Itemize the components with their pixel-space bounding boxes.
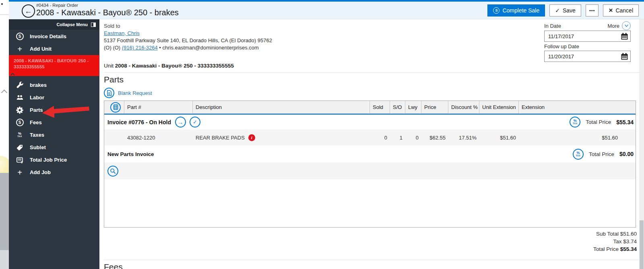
tax-label: Tax	[613, 238, 623, 244]
calendar-icon[interactable]	[621, 53, 628, 60]
sidebar-item-total-job-price[interactable]: $ Total Job Price	[9, 154, 99, 166]
header-actions: S Complete Sale ✓ Save ••• × Cancel	[487, 4, 639, 16]
sidebar-item-label: Parts	[30, 107, 43, 113]
repair-order-screen: ← #0434 - Repair Order 2008 - Kawasaki -…	[0, 0, 644, 269]
main-content: Sold to Eastman, Chris 5137 Foothill Par…	[99, 19, 639, 269]
part-number-cell: 43082-1220	[124, 135, 193, 141]
column-header-sold: Sold	[370, 101, 390, 113]
unit-value: 2008 - Kawasaki - Bayou® 250 - 333333355…	[115, 63, 234, 69]
column-header-part: Part #	[124, 101, 193, 113]
sidebar-item-label: Fees	[30, 119, 42, 125]
goto-invoice-arrow-icon[interactable]: →	[175, 117, 186, 127]
sidebar-item-add-unit[interactable]: + Add Unit	[9, 43, 99, 55]
total-price-label: Total Price	[589, 151, 614, 157]
column-header-lwy: Lwy	[405, 101, 421, 113]
customer-name-link[interactable]: Eastman, Chris	[104, 30, 140, 36]
tax-value: $3.74	[623, 238, 637, 244]
extension-cell: $51.60	[519, 135, 632, 141]
sold-cell: 0	[370, 135, 390, 141]
parts-table-header: Part # Description Sold S/O Lwy Price Di…	[104, 101, 636, 114]
sidebar-item-label: Invoice Details	[30, 33, 66, 39]
more-options-button[interactable]: •••	[586, 4, 599, 16]
in-date-input[interactable]	[545, 31, 630, 41]
info-icon[interactable]: i	[248, 134, 255, 141]
sidebar-item-label: Total Job Price	[30, 157, 67, 163]
sidebar-item-invoice-details[interactable]: S Invoice Details	[9, 30, 99, 43]
customer-email: chris.eastman@dominionenterprises.com	[162, 45, 258, 51]
calendar-icon[interactable]	[621, 33, 628, 40]
phone-link[interactable]: (916) 216-3264	[122, 45, 158, 51]
parts-catalog-icon[interactable]	[110, 102, 121, 113]
strip-divider	[0, 14, 9, 15]
price-cell: $62.55	[421, 135, 448, 141]
collapse-menu-button[interactable]: Collapse Menu	[9, 19, 99, 30]
approve-check-icon[interactable]: ✓	[190, 117, 200, 127]
blank-request-label: Blank Request	[118, 90, 152, 96]
close-icon: ×	[609, 6, 613, 14]
parts-table: Part # Description Sold S/O Lwy Price Di…	[104, 101, 636, 228]
more-dates-button[interactable]: More	[607, 21, 631, 30]
chevron-down-icon	[622, 21, 631, 30]
vertical-scrollbar[interactable]	[639, 19, 644, 269]
total-price-line: Total Price $55.34	[593, 245, 637, 253]
dollar-s-icon: S	[493, 7, 500, 14]
left-scrollbar-thumb[interactable]	[0, 173, 9, 250]
sidebar-item-label: Taxes	[30, 132, 44, 138]
sidebar-item-brakes[interactable]: brakes	[9, 79, 99, 91]
save-label: Save	[563, 7, 576, 14]
sidebar-item-sublet[interactable]: Sublet	[9, 141, 99, 154]
tax-percent-icon: %TAX	[16, 132, 24, 138]
vertical-scrollbar-thumb[interactable]	[640, 220, 644, 269]
invoice-group-row: Invoice #0776 - On Hold → ✓ %TAX Total P…	[104, 114, 636, 129]
total-price-value: $0.00	[619, 151, 634, 157]
follow-up-date-field	[544, 51, 631, 62]
new-parts-invoice-row: New Parts Invoice %TAX Total Price $0.00	[104, 146, 636, 162]
total-price-label: Total Price	[586, 119, 611, 125]
cash-register-icon: $	[16, 157, 24, 163]
sidebar-item-labor[interactable]: Labor	[9, 91, 99, 104]
header-bar: ← #0434 - Repair Order 2008 - Kawasaki -…	[9, 2, 644, 19]
sidebar-item-label: Add Job	[30, 169, 51, 175]
sidebar-item-fees[interactable]: S Fees	[9, 116, 99, 129]
fees-section-title: Fees	[104, 262, 123, 269]
search-icon[interactable]	[107, 166, 118, 177]
left-edge-strip	[0, 0, 9, 269]
back-button[interactable]: ←	[22, 4, 35, 18]
column-header-price: Price	[421, 101, 448, 113]
cancel-button[interactable]: × Cancel	[603, 4, 639, 16]
collapse-panel-icon	[91, 23, 96, 27]
grand-total-label: Total Price	[593, 246, 620, 252]
plus-icon: +	[16, 169, 24, 176]
sub-total-label: Sub Total	[596, 231, 620, 237]
unit-label: Unit	[104, 63, 115, 69]
sidebar-item-parts[interactable]: Parts	[9, 104, 99, 116]
unit-summary-line: Unit 2008 - Kawasaki - Bayou® 250 - 3333…	[104, 63, 234, 69]
sidebar-item-label: Sublet	[30, 144, 46, 150]
sidebar-item-label: Add Unit	[30, 46, 52, 52]
in-date-label: In Date	[544, 23, 561, 29]
part-table-row[interactable]: 43082-1220 REAR BRAKE PADS i 0 1 0 $62.5…	[104, 129, 636, 146]
complete-sale-button[interactable]: S Complete Sale	[487, 4, 545, 16]
parts-totals: Sub Total $51.60 Tax $3.74 Total Price $…	[593, 230, 637, 253]
tax-toggle-icon[interactable]: %TAX	[573, 149, 584, 160]
selected-unit-label: 2008 - KAWASAKI - BAYOU® 250 - 333333355…	[14, 58, 89, 69]
column-header-discount: Discount %	[448, 101, 479, 113]
save-button[interactable]: ✓ Save	[549, 4, 581, 16]
sidebar-item-taxes[interactable]: %TAX Taxes	[9, 129, 99, 141]
tag-icon	[16, 144, 24, 151]
follow-up-date-input[interactable]	[545, 51, 630, 62]
tax-toggle-icon[interactable]: %TAX	[570, 117, 580, 127]
blank-request-button[interactable]: Blank Request	[104, 88, 152, 98]
sidebar-item-label: Labor	[30, 94, 44, 101]
complete-sale-label: Complete Sale	[502, 7, 539, 14]
chevron-up-icon[interactable]	[1, 89, 8, 94]
column-header-so: S/O	[390, 101, 405, 113]
unit-extension-cell: $51.60	[479, 135, 519, 141]
back-icon: ←	[25, 7, 32, 16]
total-price-value: $55.34	[616, 119, 634, 125]
sold-to-label: Sold to	[104, 23, 120, 29]
sidebar-selected-unit[interactable]: 2008 - KAWASAKI - BAYOU® 250 - 333333355…	[9, 55, 99, 76]
sidebar-item-add-job[interactable]: + Add Job	[9, 166, 99, 179]
left-scrollbar-track[interactable]	[0, 250, 9, 269]
wrench-icon	[16, 82, 24, 88]
